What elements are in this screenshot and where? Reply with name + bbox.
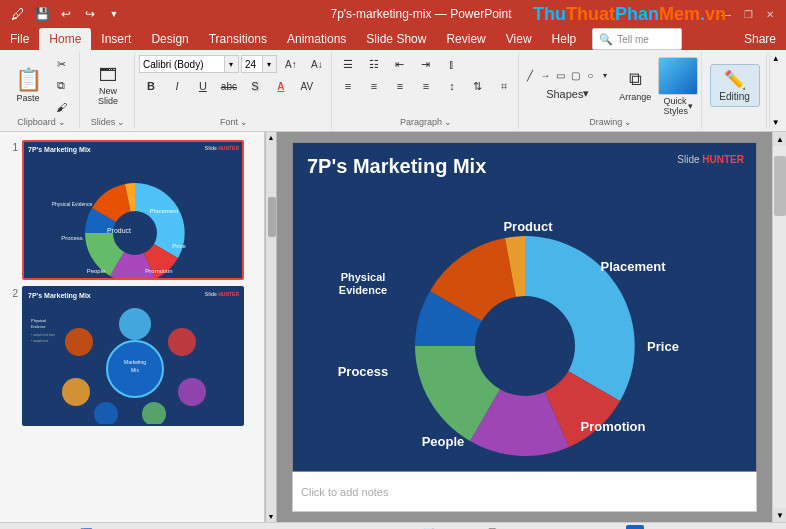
new-slide-btn[interactable]: 🗔 New Slide [88,58,128,114]
thumb-content-2: 7P's Marketing Mix Slide HUNTER Marketin… [24,288,242,424]
shape-arrow[interactable]: → [538,69,552,83]
shape-line[interactable]: ╱ [523,69,537,83]
undo-qat-btn[interactable]: ↩ [56,4,76,24]
arrange-btn[interactable]: ⧉ Arrange [615,58,655,114]
svg-point-15 [94,402,118,424]
ribbon-scroll-down[interactable]: ▼ [772,118,780,127]
line-spacing-btn[interactable]: ↕ [440,76,464,96]
main-slide[interactable]: 7P's Marketing Mix Slide HUNTER [292,142,757,472]
reading-view-btn[interactable]: 📖 [605,525,623,530]
paste-btn[interactable]: 📋 Paste [10,58,46,114]
zoom-out-btn[interactable]: − [650,525,668,530]
increase-indent-btn[interactable]: ⇥ [414,54,438,74]
ribbon-scroll-up[interactable]: ▲ [772,54,780,63]
font-color-btn[interactable]: A [269,76,293,96]
slide-image-1[interactable]: 7P's Marketing Mix Slide HUNTER [22,140,244,280]
slide-notes-area[interactable]: Click to add notes [292,472,757,512]
tab-review[interactable]: Review [436,28,495,50]
font-size-combo[interactable]: 24 ▾ [241,55,277,73]
new-slide-icon: 🗔 [99,66,117,84]
font-expand-icon[interactable]: ⌄ [240,117,248,127]
shadow-btn[interactable]: S [243,76,267,96]
underline-btn[interactable]: U [191,76,215,96]
watermark: ThuThuatPhanMem.vn [533,4,726,25]
shape-more[interactable]: ▾ [598,69,612,83]
close-btn[interactable]: ✕ [762,6,778,22]
slideshow-btn[interactable]: ▶ [626,525,644,530]
scroll-up-btn[interactable]: ▲ [773,132,786,146]
slide-image-2[interactable]: 7P's Marketing Mix Slide HUNTER Marketin… [22,286,244,426]
arrange-icon: ⧉ [629,69,642,90]
zoom-in-btn[interactable]: + [736,525,754,530]
italic-btn[interactable]: I [165,76,189,96]
slide-thumb-1[interactable]: 1 7P's Marketing Mix Slide HUNTER [4,140,260,280]
slide-sorter-btn[interactable]: ⊟ [584,525,602,530]
clipboard-expand-icon[interactable]: ⌄ [58,117,66,127]
shape-rect[interactable]: ▭ [553,69,567,83]
tab-home[interactable]: Home [39,28,91,50]
increase-font-btn[interactable]: A↑ [279,54,303,74]
ribbon-scrollbar[interactable]: ▲ ▼ [769,52,782,129]
para-expand-icon[interactable]: ⌄ [444,117,452,127]
strikethrough-btn[interactable]: abc [217,76,241,96]
thumb-logo-2: Slide HUNTER [205,291,239,297]
right-scrollbar[interactable]: ▲ ▼ [772,132,786,522]
align-center-btn[interactable]: ≡ [362,76,386,96]
smartart-btn[interactable]: ⌗ [492,76,516,96]
editing-btn[interactable]: ✏️ Editing [710,64,760,107]
slides-expand-icon[interactable]: ⌄ [117,117,125,127]
slide-panel-spacer [4,432,260,514]
panel-scrollbar[interactable]: ▲ ▼ [265,132,277,522]
qat-more-btn[interactable]: ▼ [104,4,124,24]
tell-me-input[interactable]: 🔍 Tell me [592,28,682,50]
svg-point-16 [62,378,90,406]
svg-text:People: People [87,268,106,274]
svg-text:• sample text: • sample text [31,339,48,343]
tab-slideshow[interactable]: Slide Show [356,28,436,50]
tab-insert[interactable]: Insert [91,28,141,50]
tab-file[interactable]: File [0,28,39,50]
quick-styles-btn[interactable]: Quick Styles ▾ [658,97,698,115]
restore-btn[interactable]: ❐ [740,6,756,22]
drawing-expand-icon[interactable]: ⌄ [624,117,632,127]
text-direction-btn[interactable]: ⇅ [466,76,490,96]
copy-btn[interactable]: ⧉ [49,76,73,96]
shape-oval[interactable]: ○ [583,69,597,83]
format-painter-btn[interactable]: 🖌 [49,97,73,117]
align-left-btn[interactable]: ≡ [336,76,360,96]
ribbon-group-clipboard: 📋 Paste ✂ ⧉ 🖌 Clipboard ⌄ [4,52,80,129]
tab-help[interactable]: Help [542,28,587,50]
char-spacing-btn[interactable]: AV [295,76,319,96]
normal-view-btn[interactable]: ⊞ [563,525,581,530]
panel-scroll-down[interactable]: ▼ [268,513,275,520]
tab-view[interactable]: View [496,28,542,50]
decrease-font-btn[interactable]: A↓ [305,54,329,74]
bold-btn[interactable]: B [139,76,163,96]
drawing-label: Drawing ⌄ [527,117,695,129]
font-name-combo[interactable]: Calibri (Body) ▾ [139,55,239,73]
numbered-btn[interactable]: ☷ [362,54,386,74]
decrease-indent-btn[interactable]: ⇤ [388,54,412,74]
save-qat-btn[interactable]: 💾 [32,4,52,24]
main-area: 1 7P's Marketing Mix Slide HUNTER [0,132,786,522]
tab-share[interactable]: Share [734,28,786,50]
columns-btn[interactable]: ⫿ [440,54,464,74]
drawing-content: ╱ → ▭ ▢ ○ ▾ Shapes ▾ ⧉ Arrange [523,54,698,117]
para-row1: ☰ ☷ ⇤ ⇥ ⫿ [336,54,464,74]
redo-qat-btn[interactable]: ↪ [80,4,100,24]
slide-thumb-2[interactable]: 2 7P's Marketing Mix Slide HUNTER Market… [4,286,260,426]
cut-btn[interactable]: ✂ [49,55,73,75]
justify-btn[interactable]: ≡ [414,76,438,96]
scroll-down-btn[interactable]: ▼ [773,508,786,522]
tab-animations[interactable]: Animations [277,28,356,50]
font-row2: B I U abc S A AV [139,76,319,96]
shape-rrect[interactable]: ▢ [568,69,582,83]
tab-design[interactable]: Design [141,28,198,50]
ribbon-group-font: Calibri (Body) ▾ 24 ▾ A↑ A↓ B I U abc S … [137,52,332,129]
shapes-btn[interactable]: Shapes ▾ [523,85,612,103]
shapes-label: Shapes [546,88,583,100]
bullets-btn[interactable]: ☰ [336,54,360,74]
panel-scroll-up[interactable]: ▲ [268,134,275,141]
align-right-btn[interactable]: ≡ [388,76,412,96]
tab-transitions[interactable]: Transitions [199,28,277,50]
